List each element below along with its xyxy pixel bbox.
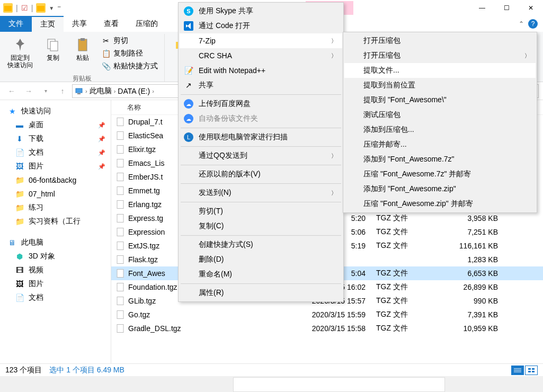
menu-item[interactable]: 通过QQ发送到〉 <box>180 148 342 163</box>
nav-desktop[interactable]: ▬桌面 <box>0 118 111 132</box>
collapse-ribbon-icon[interactable]: ⌃ <box>519 20 524 28</box>
nav-video[interactable]: 🎞视频 <box>0 263 111 277</box>
baidu-icon: ☁ <box>184 114 193 123</box>
pin-to-quick-access-button[interactable]: 固定到 快速访问 <box>3 34 37 71</box>
pc-icon: 🖥 <box>7 238 17 247</box>
svg-rect-24 <box>117 325 123 333</box>
chevron-right-icon[interactable]: › <box>152 88 154 94</box>
submenu-item[interactable]: 添加到 "Font_Awesome.zip" <box>344 182 536 197</box>
nav-quick-access[interactable]: ★快速访问 <box>0 104 111 118</box>
tab-share[interactable]: 共享 <box>64 16 95 32</box>
view-icons-button[interactable] <box>525 366 538 375</box>
menu-item[interactable]: ☁自动备份该文件夹 <box>180 111 342 126</box>
nav-up-button[interactable]: ↑ <box>55 84 70 98</box>
tab-home[interactable]: 主页 <box>32 16 64 32</box>
dropdown-icon[interactable]: ▼ <box>49 5 54 11</box>
nav-history-button[interactable]: ▾ <box>38 84 53 98</box>
cut-button[interactable]: ✂剪切 <box>100 35 160 47</box>
nav-3d-objects[interactable]: ⬢3D 对象 <box>0 250 111 263</box>
submenu-item[interactable]: 提取文件... <box>344 63 536 78</box>
menu-label: CRC SHA <box>199 51 232 60</box>
nav-pictures-2[interactable]: 🖼图片 <box>0 277 111 291</box>
submenu-item[interactable]: 提取到 "Font_Awesome\" <box>344 93 536 108</box>
menu-item[interactable]: 通过 Code 打开 <box>180 19 342 33</box>
menu-item[interactable]: 重命名(M) <box>180 267 342 282</box>
nav-back-button[interactable]: ← <box>4 84 19 98</box>
menu-item[interactable]: 发送到(N)〉 <box>180 185 342 200</box>
menu-label: 提取文件... <box>363 66 399 75</box>
paste-shortcut-button[interactable]: 📎粘贴快捷方式 <box>100 60 160 72</box>
chevron-right-icon[interactable]: › <box>114 88 116 94</box>
file-icon <box>115 310 125 319</box>
close-button[interactable]: ✕ <box>519 0 543 16</box>
svg-rect-29 <box>532 368 535 370</box>
maximize-button[interactable]: ☐ <box>494 0 519 16</box>
view-details-button[interactable] <box>511 366 524 375</box>
menu-item[interactable]: 属性(R) <box>180 286 342 300</box>
crumb-drive[interactable]: DATA (E:) <box>118 87 150 95</box>
menu-label: 压缩并邮寄... <box>363 140 407 149</box>
pc-icon <box>75 87 83 95</box>
svg-rect-16 <box>117 215 123 222</box>
file-row[interactable]: Go.tgz2020/3/15 15:59TGZ 文件7,391 KB <box>111 308 543 322</box>
menu-item[interactable]: ☁上传到百度网盘 <box>180 96 342 111</box>
crumb-this-pc[interactable]: 此电脑 <box>90 86 112 96</box>
submenu-item[interactable]: 添加到 "Font_Awesome.7z" <box>344 152 536 167</box>
nav-documents[interactable]: 📄文档 <box>0 146 111 159</box>
nav-forward-button[interactable]: → <box>21 84 36 98</box>
menu-item[interactable]: CRC SHA〉 <box>180 48 342 63</box>
nav-folder-3[interactable]: 📁练习 <box>0 201 111 215</box>
submenu-item[interactable]: 提取到当前位置 <box>344 78 536 93</box>
nav-documents-2[interactable]: 📄文档 <box>0 291 111 305</box>
copy-button[interactable]: 复制 <box>39 34 67 64</box>
menu-item[interactable]: 还原以前的版本(V) <box>180 167 342 182</box>
tab-file[interactable]: 文件 <box>0 16 32 32</box>
menu-item[interactable]: 创建快捷方式(S) <box>180 237 342 252</box>
menu-item[interactable]: 剪切(T) <box>180 204 342 219</box>
file-size: 6,653 KB <box>445 269 509 278</box>
chevron-right-icon[interactable]: › <box>85 88 87 94</box>
submenu-item[interactable]: 压缩 "Font_Awesome.7z" 并邮寄 <box>344 167 536 182</box>
nav-pictures[interactable]: 🖼图片 <box>0 159 111 173</box>
help-icon[interactable]: ? <box>528 19 538 29</box>
menu-item[interactable]: 删除(D) <box>180 252 342 267</box>
minimize-button[interactable]: — <box>470 0 494 16</box>
menu-label: 压缩 "Font_Awesome.7z" 并邮寄 <box>363 170 471 179</box>
file-icon <box>115 117 125 127</box>
menu-item[interactable]: 📝Edit with Notepad++ <box>180 63 342 78</box>
nav-folder-1[interactable]: 📁06-font&backg <box>0 173 111 187</box>
file-icon <box>115 269 125 278</box>
menu-item[interactable]: L使用联想电脑管家进行扫描 <box>180 130 342 145</box>
submenu-item[interactable]: 测试压缩包 <box>344 108 536 122</box>
checkbox-icon[interactable]: ☑ <box>21 4 28 12</box>
svg-rect-3 <box>50 41 58 51</box>
menu-item[interactable]: S使用 Skype 共享 <box>180 4 342 19</box>
ribbon-group-clipboard: 固定到 快速访问 复制 粘贴 ✂剪切 📋复制路径 📎粘贴快捷方式 剪贴板 <box>0 34 165 82</box>
qat-overflow[interactable]: ⁼ <box>57 4 61 12</box>
nav-folder-2[interactable]: 📁07_html <box>0 187 111 201</box>
submenu-item[interactable]: 打开压缩包〉 <box>344 48 536 63</box>
nav-folder-4[interactable]: 📁实习资料（工行 <box>0 215 111 228</box>
nav-this-pc[interactable]: 🖥此电脑 <box>0 236 111 250</box>
copy-path-button[interactable]: 📋复制路径 <box>100 48 160 59</box>
file-type: TGZ 文件 <box>376 310 445 319</box>
nav-downloads[interactable]: ⬇下载 <box>0 132 111 146</box>
menu-label: 通过 Code 打开 <box>199 21 250 31</box>
submenu-item[interactable]: 压缩并邮寄... <box>344 137 536 152</box>
svg-rect-10 <box>117 132 123 140</box>
submenu-item[interactable]: 添加到压缩包... <box>344 122 536 137</box>
menu-item[interactable]: 7-Zip〉 <box>180 33 342 48</box>
submenu-item[interactable]: 打开压缩包 <box>344 33 536 48</box>
menu-item[interactable]: ↗共享 <box>180 78 342 93</box>
svg-rect-5 <box>81 38 85 41</box>
menu-label: 使用联想电脑管家进行扫描 <box>199 132 288 142</box>
tab-view[interactable]: 查看 <box>95 16 127 32</box>
document-icon: 📄 <box>15 148 24 157</box>
menu-label: 打开压缩包 <box>363 51 400 60</box>
file-type: TGZ 文件 <box>376 282 445 292</box>
paste-button[interactable]: 粘贴 <box>69 34 96 64</box>
file-row[interactable]: Gradle_DSL.tgz2020/3/15 15:58TGZ 文件10,95… <box>111 322 543 335</box>
submenu-item[interactable]: 压缩 "Font_Awesome.zip" 并邮寄 <box>344 197 536 211</box>
menu-item[interactable]: 复制(C) <box>180 219 342 234</box>
tab-compress[interactable]: 压缩的 <box>127 16 166 32</box>
